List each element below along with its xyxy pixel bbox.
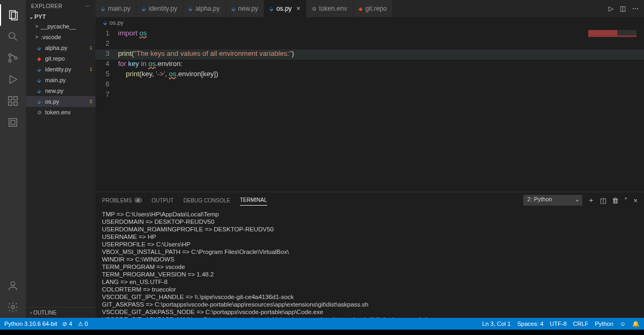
- minimap[interactable]: [588, 30, 636, 35]
- breadcrumb[interactable]: ⬙os.py: [96, 17, 644, 28]
- tab-new[interactable]: ⬙new.py: [226, 0, 264, 17]
- tab-token[interactable]: ⚙token.env: [306, 0, 353, 17]
- tab-os[interactable]: ⬙os.py×: [264, 0, 306, 17]
- split-icon[interactable]: ◫: [620, 5, 626, 12]
- tab-identity[interactable]: ⬙identity.py: [136, 0, 183, 17]
- more-icon[interactable]: ⋯: [632, 5, 639, 12]
- tab-label: main.py: [108, 5, 130, 12]
- explorer-icon[interactable]: [0, 4, 26, 26]
- tab-label: DEBUG CONSOLE: [184, 198, 230, 203]
- new-terminal-icon[interactable]: ＋: [588, 195, 595, 205]
- panel-tab-debug[interactable]: DEBUG CONSOLE: [184, 195, 230, 206]
- tab-main[interactable]: ⬙main.py: [96, 0, 136, 17]
- tree-item-os[interactable]: ⬙os.py2: [26, 96, 96, 107]
- chevron-right-icon: >: [35, 24, 41, 29]
- tree-item-gitrepo[interactable]: ◆git.repo: [26, 53, 96, 64]
- python-icon: ⬙: [35, 99, 43, 105]
- kill-terminal-icon[interactable]: 🗑: [612, 196, 619, 205]
- status-spaces[interactable]: Spaces: 4: [517, 321, 544, 327]
- code-editor[interactable]: 1234567 import os print("The keys and va…: [96, 28, 644, 192]
- tree-item-identity[interactable]: ⬙identity.py1: [26, 64, 96, 75]
- tab-gitrepo[interactable]: ◆git.repo: [353, 0, 393, 17]
- tree-item-alpha[interactable]: ⬙alpha.py1: [26, 42, 96, 53]
- panel-tab-problems[interactable]: PROBLEMS4: [102, 195, 142, 206]
- maximize-panel-icon[interactable]: ˄: [624, 196, 628, 205]
- python-icon: ⬙: [142, 6, 146, 12]
- env-icon: ⚙: [35, 110, 43, 115]
- close-icon[interactable]: ×: [297, 5, 301, 12]
- status-bar: Python 3.10.6 64-bit ⊘ 4 ⚠ 0 Ln 3, Col 1…: [0, 318, 644, 330]
- tab-label: new.py: [238, 5, 258, 12]
- close-panel-icon[interactable]: ×: [633, 196, 638, 205]
- outline-section[interactable]: › OUTLINE: [26, 307, 96, 318]
- code-body[interactable]: import os print("The keys and values of …: [118, 28, 644, 192]
- test-icon[interactable]: [0, 112, 26, 133]
- breadcrumb-file: os.py: [109, 19, 123, 26]
- item-label: main.py: [45, 77, 66, 83]
- svg-rect-13: [11, 120, 14, 124]
- search-icon[interactable]: [0, 26, 26, 47]
- scm-icon[interactable]: [0, 47, 26, 69]
- svg-point-4: [9, 54, 11, 56]
- tab-label: token.env: [319, 5, 347, 12]
- tab-alpha[interactable]: ⬙alpha.py: [183, 0, 225, 17]
- tab-label: PROBLEMS: [102, 198, 132, 203]
- git-icon: ◆: [358, 6, 363, 12]
- python-icon: ⬙: [35, 88, 43, 94]
- root-label: PYT: [34, 13, 46, 20]
- item-label: __pycache__: [41, 23, 76, 30]
- svg-point-5: [9, 60, 11, 62]
- svg-rect-9: [9, 102, 12, 105]
- svg-rect-11: [14, 97, 17, 100]
- item-label: identity.py: [45, 66, 71, 72]
- tree-item-token[interactable]: ⚙token.env: [26, 107, 96, 118]
- status-errors[interactable]: ⊘ 4: [62, 321, 72, 327]
- tree-item-main[interactable]: ⬙main.py: [26, 75, 96, 85]
- status-encoding[interactable]: UTF-8: [550, 321, 567, 327]
- python-icon: ⬙: [35, 45, 43, 51]
- status-bell-icon[interactable]: 🔔: [632, 321, 640, 327]
- minimap-error-marker: [588, 35, 636, 37]
- tree-root[interactable]: ⌄PYT: [26, 12, 96, 21]
- status-lncol[interactable]: Ln 3, Col 1: [482, 321, 510, 327]
- account-icon[interactable]: [0, 275, 26, 296]
- python-icon: ⬙: [231, 6, 236, 12]
- tab-label: identity.py: [149, 5, 177, 12]
- status-warnings[interactable]: ⚠ 0: [78, 321, 88, 327]
- python-icon: ⬙: [188, 6, 193, 12]
- svg-rect-8: [9, 97, 12, 100]
- tree-item-new[interactable]: ⬙new.py: [26, 85, 96, 96]
- status-eol[interactable]: CRLF: [573, 321, 589, 327]
- item-label: new.py: [45, 88, 63, 94]
- split-terminal-icon[interactable]: ◫: [600, 196, 606, 205]
- status-python[interactable]: Python 3.10.6 64-bit: [4, 321, 57, 327]
- item-label: token.env: [45, 109, 71, 115]
- item-label: alpha.py: [45, 45, 68, 51]
- terminal-selector-value: 2: Python: [527, 196, 552, 202]
- run-icon[interactable]: ▷: [609, 5, 613, 12]
- sidebar-more-icon[interactable]: ⋯: [85, 3, 91, 9]
- activity-bar: [0, 0, 26, 318]
- git-icon: ◆: [35, 56, 43, 62]
- terminal-output[interactable]: TMP => C:\Users\HP\AppData\Local\TempUSE…: [96, 208, 644, 318]
- settings-icon[interactable]: [0, 296, 26, 318]
- terminal-selector[interactable]: 2: Python: [523, 195, 582, 206]
- windows-taskbar[interactable]: [0, 330, 644, 335]
- debug-icon[interactable]: [0, 69, 26, 90]
- item-label: .vscode: [41, 34, 61, 40]
- panel-tab-output[interactable]: OUTPUT: [152, 195, 174, 206]
- python-icon: ⬙: [101, 6, 105, 12]
- problems-count-badge: 4: [134, 198, 142, 203]
- status-language[interactable]: Python: [595, 321, 613, 327]
- tab-label: alpha.py: [195, 5, 219, 12]
- svg-line-3: [14, 38, 17, 41]
- tree-item-pycache[interactable]: >__pycache__: [26, 21, 96, 32]
- extensions-icon[interactable]: [0, 90, 26, 112]
- problem-badge: 2: [90, 99, 92, 104]
- chevron-right-icon: >: [35, 34, 41, 40]
- status-feedback-icon[interactable]: ☺: [620, 321, 626, 327]
- sidebar: EXPLORER ⋯ ⌄PYT >__pycache__ >.vscode ⬙a…: [26, 0, 96, 318]
- tree-item-vscode[interactable]: >.vscode: [26, 32, 96, 42]
- panel-tab-terminal[interactable]: TERMINAL: [240, 195, 267, 206]
- python-icon: ⬙: [35, 67, 43, 72]
